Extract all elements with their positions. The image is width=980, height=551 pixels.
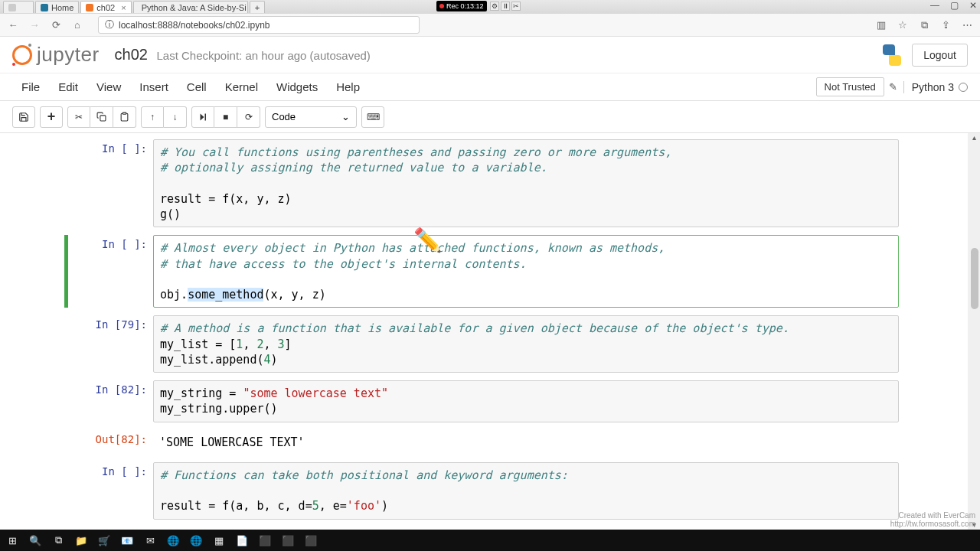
svg-rect-1 (122, 112, 126, 114)
taskbar-icon[interactable]: ⧉ (51, 533, 66, 548)
taskbar-icon[interactable]: 🔍 (28, 533, 43, 548)
scroll-thumb[interactable] (971, 248, 978, 309)
code-cell[interactable]: In [ ]:# Functions can take both positio… (69, 462, 899, 520)
svg-rect-0 (100, 116, 106, 121)
kernel-indicator[interactable]: Python 3 (903, 81, 968, 93)
watermark: Created with EverCam http://tw.formosaso… (890, 511, 975, 528)
code-editor[interactable]: # Almost every object in Python has atta… (153, 235, 899, 308)
browser-tab-strip: Home ch02× Python & Java: A Side-by-Si +… (0, 0, 980, 14)
refresh-icon[interactable]: ⟳ (51, 19, 61, 31)
browser-tab-python-java[interactable]: Python & Java: A Side-by-Si (133, 1, 248, 13)
taskbar-icon[interactable]: ▦ (211, 533, 227, 548)
taskbar-icon[interactable]: ⬛ (303, 533, 318, 548)
input-prompt: In [ ]: (69, 139, 153, 227)
jupyter-icon (12, 45, 32, 65)
code-cell[interactable]: In [82]:my_string = "some lowercase text… (69, 380, 899, 422)
taskbar-icon[interactable]: ✉ (142, 533, 158, 548)
notebook-title[interactable]: ch02 Last Checkpoint: an hour ago (autos… (115, 46, 371, 64)
reader-icon[interactable]: ▥ (876, 19, 887, 31)
close-icon[interactable]: × (121, 3, 126, 12)
move-up-button[interactable]: ↑ (141, 106, 164, 128)
menu-cell[interactable]: Cell (178, 76, 216, 98)
input-prompt: In [ ]: (69, 462, 153, 520)
new-tab-button[interactable]: + (250, 1, 265, 13)
taskbar-icon[interactable]: 🌐 (188, 533, 204, 548)
taskbar-icon[interactable]: 📄 (234, 533, 250, 548)
cut-button[interactable]: ✂ (67, 106, 90, 128)
share-icon[interactable]: ⇪ (940, 19, 951, 31)
tab-label: Python & Java: A Side-by-Si (142, 3, 247, 12)
menu-insert[interactable]: Insert (130, 76, 178, 98)
url-input[interactable]: ⓘ localhost:8888/notebooks/ch02.ipynb (98, 16, 420, 34)
command-palette-button[interactable]: ⌨ (361, 106, 384, 128)
code-cell[interactable]: In [ ]:# You call functions using parent… (69, 139, 899, 227)
cell-type-select[interactable]: Code ⌄ (265, 106, 357, 128)
windows-taskbar[interactable]: ⊞🔍⧉📁🛒📧✉🌐🌐▦📄⬛⬛⬛ (0, 530, 980, 551)
taskbar-icon[interactable]: ⬛ (257, 533, 273, 548)
jupyter-logo[interactable]: jupyter (12, 43, 100, 67)
move-down-button[interactable]: ↓ (164, 106, 187, 128)
jupyter-header: jupyter ch02 Last Checkpoint: an hour ag… (0, 37, 980, 73)
stop-button[interactable]: ■ (214, 106, 237, 128)
kernel-idle-icon (959, 83, 968, 92)
input-prompt: In [79]: (69, 315, 153, 373)
pencil-icon[interactable]: ✎ (889, 81, 897, 93)
code-cell[interactable]: In [79]:# A method is a function that is… (69, 315, 899, 373)
code-editor[interactable]: # Functions can take both positional and… (153, 462, 899, 520)
taskbar-icon[interactable]: 📧 (119, 533, 135, 548)
maximize-icon[interactable]: ▢ (950, 0, 959, 11)
info-icon: ⓘ (105, 18, 114, 31)
scroll-up-icon[interactable]: ▴ (969, 133, 978, 142)
browser-tab-ch02[interactable]: ch02× (80, 1, 131, 13)
tab-label: Home (51, 3, 74, 12)
menu-file[interactable]: File (12, 76, 49, 98)
star-icon[interactable]: ☆ (897, 19, 908, 31)
home-icon[interactable]: ⌂ (72, 19, 83, 31)
taskbar-icon[interactable]: 🛒 (96, 533, 112, 548)
jupyter-menubar: File Edit View Insert Cell Kernel Widget… (0, 73, 980, 101)
taskbar-icon[interactable]: 📁 (74, 533, 89, 548)
browser-tab[interactable] (3, 1, 34, 13)
menu-view[interactable]: View (87, 76, 130, 98)
input-prompt: In [ ]: (69, 235, 153, 308)
code-editor[interactable]: my_string = "some lowercase text" my_str… (153, 380, 899, 422)
restart-button[interactable]: ⟳ (237, 106, 260, 128)
screen-recorder-badge: Rec 0:13:12 (436, 1, 487, 11)
minimize-icon[interactable]: — (930, 0, 939, 11)
logout-button[interactable]: Logout (912, 44, 968, 67)
svg-rect-3 (205, 113, 207, 120)
add-cell-button[interactable]: + (40, 106, 63, 128)
taskbar-icon[interactable]: 🌐 (165, 533, 181, 548)
taskbar-icon[interactable]: ⊞ (5, 533, 20, 548)
python-logo-icon (880, 43, 904, 67)
menu-widgets[interactable]: Widgets (267, 76, 327, 98)
more-icon[interactable]: ⋯ (962, 19, 972, 31)
menu-kernel[interactable]: Kernel (216, 76, 267, 98)
close-window-icon[interactable]: ✕ (969, 0, 977, 11)
output-cell[interactable]: Out[82]:'SOME LOWERCASE TEXT' (69, 430, 899, 455)
sidebar-icon[interactable]: ⧉ (919, 19, 929, 31)
jupyter-toolbar: + ✂ ↑ ↓ ■ ⟳ Code ⌄ ⌨ (0, 101, 980, 133)
save-button[interactable] (12, 106, 35, 128)
run-button[interactable] (191, 106, 214, 128)
notebook-area[interactable]: In [ ]:# You call functions using parent… (0, 133, 968, 530)
vertical-scrollbar[interactable]: ▴ ▾ (968, 133, 980, 530)
output-area: 'SOME LOWERCASE TEXT' (153, 430, 899, 455)
menu-help[interactable]: Help (327, 76, 369, 98)
taskbar-icon[interactable]: ⬛ (280, 533, 296, 548)
chevron-down-icon: ⌄ (341, 111, 350, 122)
svg-marker-2 (201, 113, 204, 120)
back-icon[interactable]: ← (8, 19, 18, 31)
forward-icon[interactable]: → (29, 19, 40, 31)
code-editor[interactable]: # A method is a function that is availab… (153, 315, 899, 373)
browser-tab-home[interactable]: Home (35, 1, 79, 13)
output-prompt: Out[82]: (69, 430, 153, 455)
window-controls[interactable]: — ▢ ✕ (930, 0, 977, 11)
recorder-controls[interactable]: ⚙⏸✂ (490, 2, 521, 11)
copy-button[interactable] (90, 106, 113, 128)
paste-button[interactable] (113, 106, 136, 128)
not-trusted-button[interactable]: Not Trusted (816, 77, 884, 96)
menu-edit[interactable]: Edit (49, 76, 87, 98)
code-cell[interactable]: In [ ]:# Almost every object in Python h… (69, 235, 899, 308)
code-editor[interactable]: # You call functions using parentheses a… (153, 139, 899, 227)
